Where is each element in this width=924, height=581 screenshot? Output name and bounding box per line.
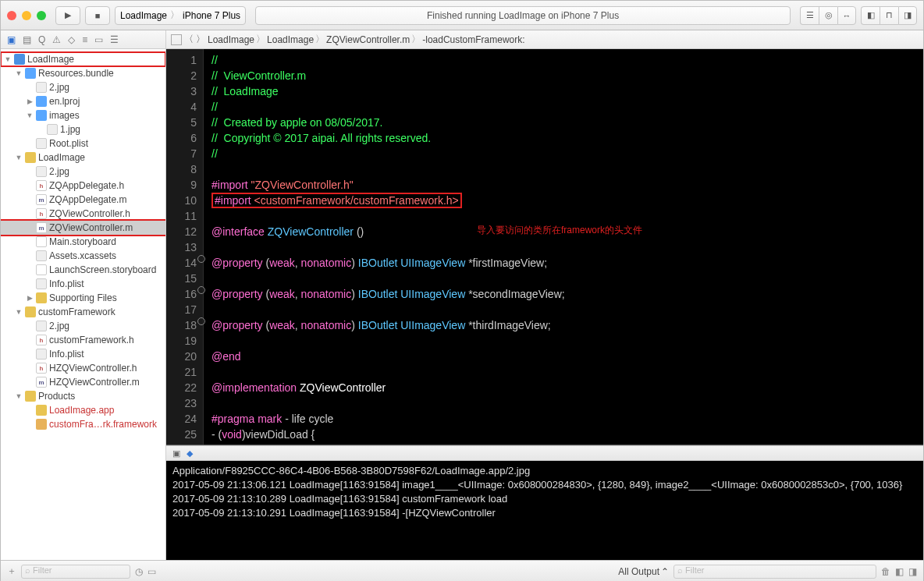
tree-item[interactable]: ▼LoadImage: [1, 151, 165, 165]
stop-button[interactable]: ■: [85, 6, 110, 25]
symbol-nav-icon[interactable]: ▤: [23, 34, 31, 45]
breakpoint-nav-icon[interactable]: ▭: [94, 34, 103, 45]
tree-item-label: Assets.xcassets: [49, 250, 116, 261]
scheme-selector[interactable]: LoadImage 〉 iPhone 7 Plus: [115, 6, 246, 25]
tree-item-label: Info.plist: [49, 278, 84, 289]
zoom-icon[interactable]: [37, 11, 46, 20]
console-view-icon[interactable]: ◨: [908, 566, 917, 577]
tree-item[interactable]: ▼LoadImage: [1, 52, 165, 66]
toggle-utilities-button[interactable]: ◨: [898, 6, 917, 25]
tree-item[interactable]: 1.jpg: [1, 122, 165, 136]
forward-button[interactable]: 〉: [196, 33, 205, 46]
source-text[interactable]: //// ViewController.m// LoadImage//// Cr…: [204, 49, 923, 445]
bottom-bar: ＋ ⌕ Filter ◷ ▭ All Output ⌃ ⌕ Filter 🗑 ◧…: [1, 560, 923, 581]
yfolder-icon: [25, 152, 36, 163]
m-icon: m: [36, 194, 47, 205]
m-icon: m: [36, 222, 47, 233]
code-editor[interactable]: 1234567891011121314151617181920212223242…: [166, 49, 923, 445]
tree-item[interactable]: Root.plist: [1, 136, 165, 151]
report-nav-icon[interactable]: ☰: [110, 34, 119, 45]
debug-nav-icon[interactable]: ≡: [82, 34, 87, 45]
tree-item-label: customFramework: [38, 306, 116, 317]
jump-crumb[interactable]: ZQViewController.m: [326, 34, 410, 45]
navigator: ▣ ▤ Q ⚠ ◇ ≡ ▭ ☰ ▼LoadImage▼Resources.bun…: [1, 30, 166, 560]
tree-item-label: images: [49, 110, 80, 121]
window-controls: [7, 11, 46, 20]
back-button[interactable]: 〈: [184, 33, 194, 46]
tree-item-label: Root.plist: [49, 138, 88, 149]
console-output-selector[interactable]: All Output ⌃: [618, 565, 669, 579]
file-icon: [36, 278, 47, 289]
folder-icon: [36, 96, 47, 107]
tree-item[interactable]: ▼Resources.bundle: [1, 66, 165, 80]
h-icon: h: [36, 363, 47, 374]
panel-group: ◧ ⊓ ◨: [861, 6, 917, 25]
jump-crumb[interactable]: LoadImage: [208, 34, 254, 45]
tree-item-label: 1.jpg: [60, 124, 80, 135]
tree-item[interactable]: mZQViewController.m: [1, 221, 165, 235]
tree-item[interactable]: hZQAppDelegate.h: [1, 179, 165, 193]
tree-item-label: ZQViewController.h: [49, 208, 130, 219]
minimize-icon[interactable]: [22, 11, 31, 20]
jump-crumb[interactable]: -loadCustomFramework:: [422, 34, 524, 45]
console-output[interactable]: Application/F8925CCC-86C4-4B06-B568-3B80…: [166, 461, 923, 523]
tree-item-label: LoadImage: [38, 152, 85, 163]
console-toggle-icon[interactable]: ▣: [172, 448, 180, 459]
tree-item-label: LoadImage.app: [49, 405, 114, 416]
assistant-editor-button[interactable]: ◎: [819, 6, 837, 25]
tree-item-label: ZQViewController.m: [49, 222, 133, 233]
tree-item[interactable]: mZQAppDelegate.m: [1, 193, 165, 207]
tree-item[interactable]: mHZQViewController.m: [1, 375, 165, 389]
test-nav-icon[interactable]: ◇: [68, 34, 75, 45]
toggle-navigator-button[interactable]: ◧: [861, 6, 880, 25]
tree-item[interactable]: hZQViewController.h: [1, 207, 165, 221]
project-nav-icon[interactable]: ▣: [7, 34, 16, 45]
tree-item[interactable]: hcustomFramework.h: [1, 333, 165, 347]
debug-console: ▣ ◆ Application/F8925CCC-86C4-4B06-B568-…: [166, 445, 923, 560]
tree-item[interactable]: Info.plist: [1, 347, 165, 361]
tree-item[interactable]: ▶Supporting Files: [1, 291, 165, 305]
search-nav-icon[interactable]: Q: [38, 34, 45, 45]
yfolder-icon: [36, 292, 47, 303]
scm-filter-icon[interactable]: ▭: [147, 566, 156, 577]
variables-view-icon[interactable]: ◧: [895, 566, 904, 577]
tree-item[interactable]: LaunchScreen.storyboard: [1, 263, 165, 277]
related-items-icon[interactable]: [171, 34, 182, 45]
tree-item[interactable]: LoadImage.app: [1, 403, 165, 417]
close-icon[interactable]: [7, 11, 16, 20]
console-filter-icon[interactable]: ◆: [187, 448, 193, 459]
tree-item[interactable]: hHZQViewController.h: [1, 361, 165, 375]
tree-item[interactable]: ▼images: [1, 108, 165, 122]
tree-item[interactable]: customFra…rk.framework: [1, 417, 165, 431]
standard-editor-button[interactable]: ☰: [800, 6, 819, 25]
tree-item[interactable]: ▼Products: [1, 389, 165, 403]
tree-item[interactable]: ▼customFramework: [1, 305, 165, 319]
navigator-tabs[interactable]: ▣ ▤ Q ⚠ ◇ ≡ ▭ ☰: [1, 30, 165, 49]
navigator-filter[interactable]: ⌕ Filter: [21, 565, 130, 579]
tree-item[interactable]: 2.jpg: [1, 80, 165, 94]
console-filter[interactable]: ⌕ Filter: [673, 565, 876, 579]
tree-item[interactable]: 2.jpg: [1, 165, 165, 179]
jump-bar[interactable]: 〈 〉 LoadImage〉LoadImage〉ZQViewController…: [166, 30, 923, 49]
jump-bar-path[interactable]: LoadImage〉LoadImage〉ZQViewController.m〉-…: [208, 33, 525, 46]
version-editor-button[interactable]: ↔: [837, 6, 856, 25]
run-button[interactable]: ▶: [55, 6, 80, 25]
project-tree[interactable]: ▼LoadImage▼Resources.bundle2.jpg▶en.lpro…: [1, 49, 165, 560]
h-icon: h: [36, 335, 47, 345]
tree-item[interactable]: 2.jpg: [1, 319, 165, 333]
trash-icon[interactable]: 🗑: [881, 566, 890, 577]
tree-item[interactable]: Info.plist: [1, 277, 165, 291]
recent-filter-icon[interactable]: ◷: [135, 566, 143, 577]
toggle-debug-button[interactable]: ⊓: [880, 6, 898, 25]
tree-item-label: ZQAppDelegate.m: [49, 194, 126, 205]
jump-crumb[interactable]: LoadImage: [267, 34, 314, 45]
chevron-right-icon: 〉: [170, 9, 179, 22]
tree-item[interactable]: ▶en.lproj: [1, 94, 165, 108]
tree-item-label: 2.jpg: [49, 82, 69, 93]
add-button[interactable]: ＋: [7, 565, 16, 578]
tree-item[interactable]: Main.storyboard: [1, 235, 165, 249]
issue-nav-icon[interactable]: ⚠: [52, 34, 61, 45]
tree-item-label: LoadImage: [27, 54, 74, 65]
h-icon: h: [36, 208, 47, 219]
tree-item[interactable]: Assets.xcassets: [1, 249, 165, 263]
